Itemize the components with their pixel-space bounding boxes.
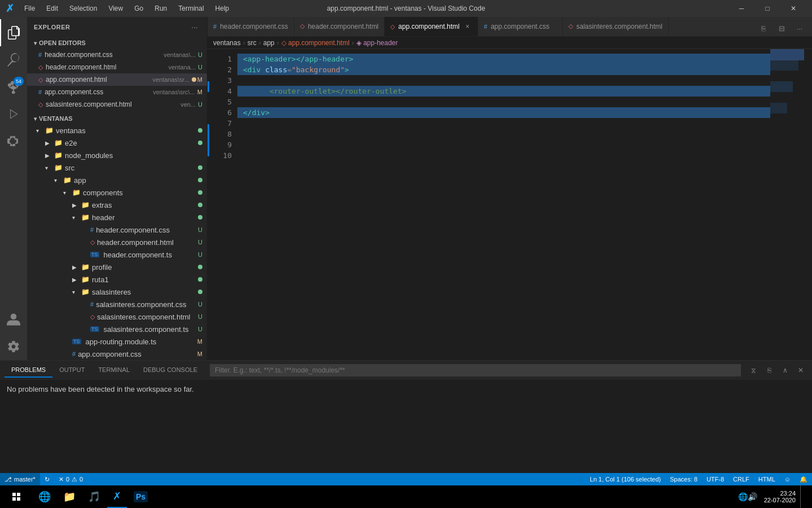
tab-name: header.component.css <box>220 23 288 30</box>
close-panel-button[interactable]: ✕ <box>794 364 807 377</box>
open-editor-app-css[interactable]: × # app.component.css ventanas\src\... M <box>27 86 207 98</box>
open-editor-app-html[interactable]: × ◇ app.component.html ventanas\sr... M <box>27 73 207 86</box>
taskbar-clock[interactable]: 23:24 22-07-2020 <box>762 485 798 508</box>
menu-selection[interactable]: Selection <box>64 2 103 15</box>
show-desktop-button[interactable] <box>800 485 805 508</box>
taskbar-edge[interactable]: 🌐 <box>33 485 56 508</box>
close-button[interactable]: ✕ <box>780 0 806 17</box>
feedback-button[interactable]: ☺ <box>780 473 795 485</box>
tree-app[interactable]: ▾ 📁 app <box>27 174 207 186</box>
breadcrumb-file[interactable]: ◇ app.component.html <box>281 39 350 47</box>
tree-salas-css[interactable]: ▶ # salasinteres.component.css U <box>27 298 207 310</box>
code-editor[interactable]: 1 2 3 4 5 6 7 8 9 10 <app-header></app-h… <box>208 49 812 360</box>
panel-tab-debug[interactable]: DEBUG CONSOLE <box>136 363 204 378</box>
activity-account[interactable] <box>0 306 27 333</box>
tab-header-html[interactable]: ◇ header.component.html <box>294 17 385 36</box>
start-button[interactable] <box>2 485 30 508</box>
tree-header-css[interactable]: ▶ # header.component.css U <box>27 224 207 236</box>
tree-salasinteres[interactable]: ▾ 📁 salasinteres <box>27 286 207 298</box>
panel-tab-terminal[interactable]: TERMINAL <box>91 363 136 378</box>
taskbar-media[interactable]: 🎵 <box>82 485 106 508</box>
activity-explorer[interactable] <box>0 19 27 46</box>
breadcrumb-src[interactable]: src <box>248 39 257 47</box>
tree-salas-html[interactable]: ▶ ◇ salasinteres.component.html U <box>27 310 207 323</box>
copy-panel-button[interactable]: ⎘ <box>762 364 776 377</box>
breadcrumb-ventanas[interactable]: ventanas <box>213 39 241 47</box>
notification-button[interactable]: 🔔 <box>795 473 812 485</box>
tree-node-modules[interactable]: ▶ 📁 node_modules <box>27 149 207 161</box>
tab-app-css[interactable]: # app.component.css <box>478 17 563 36</box>
git-status: U <box>198 313 202 320</box>
ventanas-label: VENTANAS <box>39 115 73 122</box>
menu-terminal[interactable]: Terminal <box>173 2 209 15</box>
activity-source-control[interactable]: 54 <box>0 73 27 100</box>
tab-salas-html[interactable]: ◇ salasinteres.component.html <box>563 17 669 36</box>
tree-header[interactable]: ▾ 📁 header <box>27 211 207 224</box>
tree-app-css[interactable]: ▶ # app.component.css M <box>27 348 207 360</box>
minimize-button[interactable]: ─ <box>729 0 754 17</box>
tree-salas-ts[interactable]: ▶ TS salasinteres.component.ts U <box>27 323 207 335</box>
collapse-panel-button[interactable]: ∧ <box>778 364 792 377</box>
tree-header-ts[interactable]: ▶ TS header.component.ts U <box>27 248 207 261</box>
code-line-3 <box>237 75 770 86</box>
activity-extensions[interactable] <box>0 128 27 155</box>
open-editor-header-css[interactable]: × # header.component.css ventanas\... U <box>27 49 207 61</box>
tab-header-css[interactable]: # header.component.css <box>208 17 294 36</box>
line-ending-status[interactable]: CRLF <box>729 473 754 485</box>
ventanas-section[interactable]: ▾ VENTANAS <box>27 113 207 124</box>
open-editor-header-html[interactable]: × ◇ header.component.html ventana... U <box>27 61 207 73</box>
activity-settings[interactable] <box>0 333 27 360</box>
tree-app-routing[interactable]: ▶ TS app-routing.module.ts M <box>27 335 207 348</box>
breadcrumb-app[interactable]: app <box>263 39 275 47</box>
html-icon: ◇ <box>38 64 43 71</box>
maximize-button[interactable]: □ <box>754 0 780 17</box>
split-editor-button[interactable]: ⎘ <box>756 20 771 36</box>
tab-close-button[interactable]: × <box>463 22 472 31</box>
activity-search[interactable] <box>0 46 27 73</box>
tree-src[interactable]: ▾ 📁 src <box>27 161 207 174</box>
menu-help[interactable]: Help <box>210 2 235 15</box>
open-editor-salas-html[interactable]: × ◇ salasinteres.component.html ven... U <box>27 98 207 111</box>
taskbar-photoshop[interactable]: Ps <box>128 485 153 508</box>
language-status[interactable]: HTML <box>754 473 780 485</box>
editor-scrollbar[interactable] <box>804 49 812 360</box>
tree-item-label: app.component.css <box>78 350 195 358</box>
filter-icon[interactable]: ⧖ <box>747 364 760 377</box>
activity-run[interactable] <box>0 100 27 128</box>
cursor-position-status[interactable]: Ln 1, Col 1 (106 selected) <box>585 473 665 485</box>
menu-run[interactable]: Run <box>149 2 173 15</box>
panel-tab-output[interactable]: OUTPUT <box>52 363 91 378</box>
tab-app-html[interactable]: ◇ app.component.html × <box>385 17 478 36</box>
sync-status[interactable]: ↻ <box>40 473 54 485</box>
menu-go[interactable]: Go <box>129 2 149 15</box>
panel-filter-input[interactable] <box>210 364 741 376</box>
more-actions-button[interactable]: ··· <box>792 20 807 36</box>
git-branch-status[interactable]: ⎇ master* <box>0 473 40 485</box>
tree-ruta1[interactable]: ▶ 📁 ruta1 <box>27 273 207 286</box>
git-branch-icon: ⎇ <box>5 476 12 483</box>
indentation-status[interactable]: Spaces: 8 <box>665 473 702 485</box>
tree-extras[interactable]: ▶ 📁 extras <box>27 199 207 211</box>
tree-profile[interactable]: ▶ 📁 profile <box>27 261 207 273</box>
tree-ventanas[interactable]: ▾ 📁 ventanas <box>27 124 207 137</box>
encoding-status[interactable]: UTF-8 <box>702 473 729 485</box>
layout-button[interactable]: ⊟ <box>774 20 789 36</box>
svg-rect-3 <box>770 103 787 113</box>
taskbar-vscode[interactable]: ✗ <box>107 485 127 508</box>
menu-file[interactable]: File <box>19 2 41 15</box>
taskbar-explorer[interactable]: 📁 <box>58 485 81 508</box>
activity-bar: 54 <box>0 17 27 360</box>
panel-tab-problems[interactable]: PROBLEMS <box>5 363 52 378</box>
code-content[interactable]: <app-header></app-header> <div class="ba… <box>237 49 770 360</box>
sidebar-more-button[interactable]: ··· <box>189 21 200 33</box>
taskbar-system-tray[interactable]: 🌐 🔊 <box>736 485 760 508</box>
open-editors-section[interactable]: ▾ OPEN EDITORS <box>27 37 207 49</box>
menu-edit[interactable]: Edit <box>41 2 64 15</box>
menu-view[interactable]: View <box>103 2 129 15</box>
tree-components[interactable]: ▾ 📁 components <box>27 186 207 199</box>
tree-e2e[interactable]: ▶ 📁 e2e <box>27 137 207 149</box>
breadcrumb-symbol[interactable]: ◈ app-header <box>356 39 398 47</box>
tree-header-html[interactable]: ▶ ◇ header.component.html U <box>27 236 207 248</box>
title-bar-left: ✗ File Edit Selection View Go Run Termin… <box>6 2 235 15</box>
errors-status[interactable]: ✕ 0 ⚠ 0 <box>54 473 87 485</box>
